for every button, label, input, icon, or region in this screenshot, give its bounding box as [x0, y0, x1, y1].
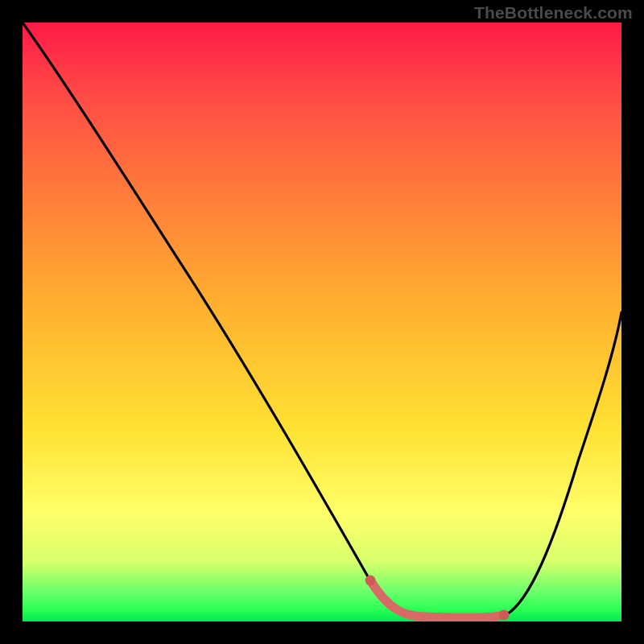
plot-area: [23, 23, 621, 621]
basin-highlight-path: [370, 580, 504, 617]
chart-frame: TheBottleneck.com: [0, 0, 644, 644]
basin-start-dot: [365, 576, 376, 586]
basin-end-dot: [499, 610, 510, 621]
bottleneck-curve-svg: [23, 23, 621, 621]
bottleneck-curve-path: [23, 23, 621, 617]
watermark-text: TheBottleneck.com: [474, 3, 633, 23]
